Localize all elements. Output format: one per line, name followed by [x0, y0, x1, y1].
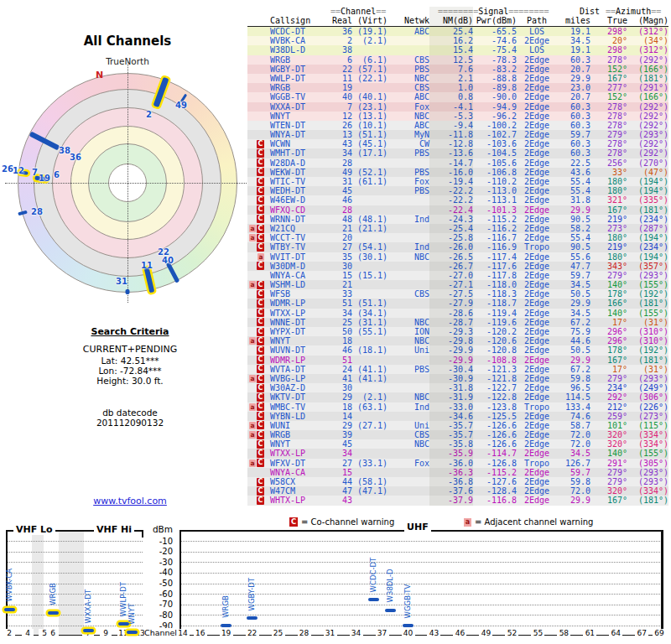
- cell-nm: -37.6: [429, 486, 473, 496]
- gridline: [7, 552, 143, 553]
- cell-az-true: 278°: [590, 121, 627, 130]
- signal-bar-label: WRGB: [221, 595, 230, 618]
- cell-az-true: 298°: [590, 27, 627, 36]
- dbm-tick-label: -10: [149, 537, 173, 546]
- cell-miles: 55.4: [557, 177, 590, 186]
- dbm-tick-label: -50: [149, 579, 173, 588]
- warning-gutter: [247, 27, 267, 36]
- cell-az-true: 180°: [590, 177, 627, 186]
- warning-gutter: C: [247, 139, 267, 148]
- cell-nm: -28.7: [429, 318, 473, 327]
- warning-gutter: C: [247, 412, 267, 421]
- cell-miles: 20.7: [557, 92, 590, 101]
- header-decoration: ========: [438, 7, 478, 16]
- signal-bar: [4, 608, 15, 611]
- cell-callsign: WEDH-DT: [267, 186, 329, 195]
- cell-az-magn: (181°): [627, 356, 668, 365]
- adjacent-channel-warning-icon: a: [249, 403, 256, 411]
- cell-virt: (51.1): [352, 299, 388, 308]
- cell-az-true: 167°: [590, 496, 627, 505]
- cell-real: 12: [329, 112, 352, 121]
- search-criteria-heading: Search Criteria: [46, 326, 214, 337]
- cell-callsign: WEKW-DT: [267, 168, 329, 177]
- channel-tick-label: 46: [453, 629, 466, 637]
- cell-callsign: WNYA-CA: [267, 468, 329, 477]
- cell-nm: -27.9: [429, 299, 473, 308]
- header-azimuth: Azimuth: [616, 7, 651, 16]
- warning-gutter: [247, 65, 267, 74]
- cell-callsign: WTEN-DT: [267, 121, 329, 130]
- channel-tick-label: 52: [505, 629, 518, 637]
- cell-az-true: 166°: [590, 299, 627, 308]
- co-channel-warning-icon: C: [257, 440, 264, 449]
- cell-real: 29: [329, 421, 352, 430]
- table-row: WNYA-DT13(51.1)MyN-11.8-102.72Edge59.727…: [247, 130, 668, 139]
- cell-virt: (2.1): [352, 36, 388, 45]
- cell-path: 2Edge: [517, 36, 557, 45]
- cell-pwr: -118.0: [473, 280, 517, 289]
- col-magn: (Magn): [627, 16, 668, 25]
- cell-nm: -26.7: [429, 262, 473, 271]
- signal-bar: [368, 598, 379, 601]
- cell-nm: -36.8: [429, 477, 473, 486]
- cell-real: 36: [329, 27, 352, 36]
- cell-nm: -36.0: [429, 459, 473, 468]
- cell-az-magn: (166°): [627, 92, 668, 101]
- cell-netwk: NBC: [388, 439, 429, 449]
- cell-az-magn: (194°): [627, 177, 668, 186]
- cell-az-true: 178°: [590, 345, 627, 355]
- cell-real: 29: [329, 392, 352, 402]
- cell-nm: -13.6: [429, 148, 473, 158]
- cell-miles: 34.5: [557, 280, 590, 289]
- table-row: aCWRGB39CBS-35.7-126.62Edge72.0320°(334°…: [247, 430, 668, 439]
- cell-az-magn: (306°): [627, 392, 668, 402]
- cell-az-magn: (155°): [627, 449, 668, 458]
- warning-gutter: C: [247, 392, 267, 402]
- co-channel-warning-icon: C: [257, 318, 264, 326]
- warning-gutter: [247, 45, 267, 55]
- cell-real: 18: [329, 402, 352, 412]
- cell-real: 21: [329, 280, 352, 289]
- vhf-right-stub: [142, 530, 143, 538]
- uhf-label: UHF: [404, 522, 431, 532]
- cell-callsign: WFXQ-CD: [267, 205, 329, 215]
- cell-az-true: 33°: [590, 168, 627, 177]
- cell-pwr: -119.6: [473, 318, 517, 327]
- cell-path: 2Edge: [517, 486, 557, 496]
- cell-path: 2Edge: [517, 309, 557, 318]
- cell-pwr: -74.6: [473, 36, 517, 45]
- cell-miles: 59.7: [557, 130, 590, 139]
- cell-az-true: 320°: [590, 439, 627, 449]
- cell-pwr: -120.2: [473, 327, 517, 336]
- tvfool-link[interactable]: www.tvfool.com: [46, 496, 214, 506]
- cell-netwk: Uni: [388, 421, 429, 430]
- cell-az-magn: (234°): [627, 215, 668, 224]
- warning-gutter: C: [247, 318, 267, 327]
- signal-bar: [83, 629, 94, 632]
- cell-real: 2: [329, 36, 352, 45]
- warning-gutter: aC: [247, 224, 267, 233]
- col-netwk: Netwk: [388, 16, 429, 25]
- cell-real: 27: [329, 242, 352, 252]
- cell-callsign: WTIC-TV: [267, 177, 329, 186]
- cell-az-magn: (310°): [627, 327, 668, 336]
- cell-real: 34: [329, 148, 352, 158]
- radar-channel-label: 7: [32, 168, 38, 177]
- search-height: Height: 30.0 ft.: [46, 376, 214, 386]
- tvfool-report: All Channels TrueNorth N 249383626127196…: [0, 0, 671, 644]
- warning-gutter: C: [247, 365, 267, 374]
- cell-az-true: 278°: [590, 55, 627, 65]
- cell-real: 28: [329, 205, 352, 215]
- co-channel-warning-icon: C: [257, 356, 264, 364]
- table-row: CW28DA-D28-14.7-105.62Edge22.5256°(270°): [247, 158, 668, 168]
- table-row: W38DL-D3815.4-75.4LOS19.1298°(312°): [247, 45, 668, 55]
- warning-gutter: [247, 271, 267, 280]
- cell-netwk: ABC: [388, 92, 429, 101]
- cell-az-true: 278°: [590, 102, 627, 112]
- cell-callsign: W47CM: [267, 486, 329, 496]
- gridline: [180, 552, 662, 553]
- cell-real: 49: [329, 168, 352, 177]
- cell-callsign: WGBY-DT: [267, 65, 329, 74]
- channel-tick-label: 49: [479, 629, 492, 637]
- co-channel-warning-icon: C: [257, 243, 264, 252]
